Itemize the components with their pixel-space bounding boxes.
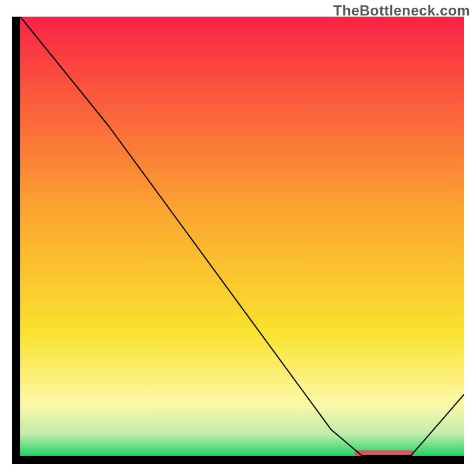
watermark-text: TheBottleneck.com <box>333 2 470 19</box>
background-gradient <box>20 17 464 456</box>
plot-frame <box>12 17 464 464</box>
chart-container: TheBottleneck.com <box>0 0 476 476</box>
plot-svg <box>12 17 464 464</box>
